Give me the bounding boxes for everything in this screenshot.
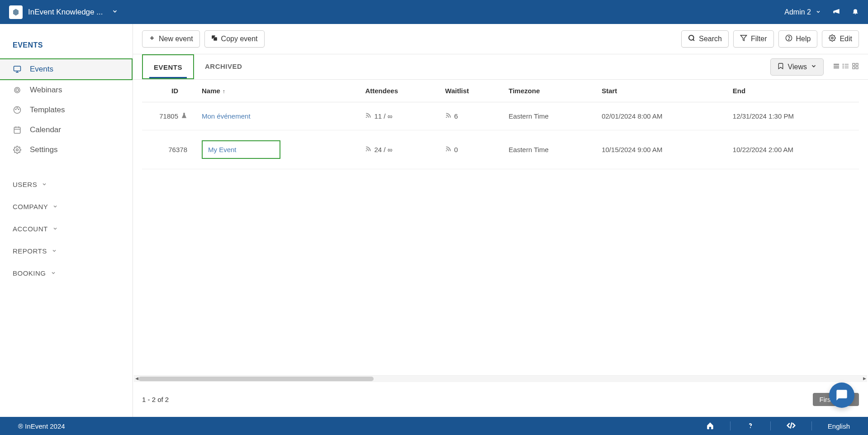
svg-point-18 xyxy=(788,39,789,40)
logo[interactable] xyxy=(9,5,23,19)
user-menu[interactable]: Admin 2 xyxy=(784,8,821,16)
workspace-selector[interactable]: InEvent Knowledge ... xyxy=(28,8,118,17)
svg-rect-8 xyxy=(14,127,20,134)
copy-event-button[interactable]: Copy event xyxy=(204,30,265,48)
cell-id: 71805 xyxy=(142,102,196,130)
chat-bubble[interactable] xyxy=(829,382,854,408)
sidebar-group-company[interactable]: COMPANY xyxy=(0,196,133,218)
pager-row: 1 - 2 of 2 First 1 xyxy=(133,382,868,417)
cell-waitlist: 6 xyxy=(440,102,503,130)
rss-icon xyxy=(365,146,371,153)
sidebar-group-booking[interactable]: BOOKING xyxy=(0,262,133,284)
cell-waitlist: 0 xyxy=(440,130,503,169)
chevron-down-icon xyxy=(811,63,817,71)
gear-icon xyxy=(829,34,836,43)
svg-rect-30 xyxy=(856,63,858,66)
col-header-name[interactable]: Name↑ xyxy=(196,80,360,102)
svg-point-34 xyxy=(446,117,447,118)
table-row[interactable]: 76378My Event24 / ∞0Eastern Time10/15/20… xyxy=(142,130,859,169)
svg-point-26 xyxy=(843,64,843,64)
col-header-id[interactable]: ID xyxy=(142,80,196,102)
events-table: ID Name↑ Attendees Waitlist Timezone Sta… xyxy=(142,80,859,169)
svg-line-15 xyxy=(693,39,695,41)
svg-point-14 xyxy=(689,35,694,40)
col-header-timezone[interactable]: Timezone xyxy=(503,80,597,102)
events-table-wrap: ID Name↑ Attendees Waitlist Timezone Sta… xyxy=(133,80,868,375)
calendar-icon xyxy=(13,126,22,134)
svg-marker-16 xyxy=(740,35,746,41)
svg-point-36 xyxy=(446,150,447,151)
cell-start: 10/15/2024 9:00 AM xyxy=(596,130,727,169)
user-name: Admin 2 xyxy=(784,8,811,16)
svg-point-28 xyxy=(843,67,843,68)
webinar-icon xyxy=(13,86,22,94)
list-dense-icon[interactable] xyxy=(833,62,840,72)
sidebar-group-reports[interactable]: REPORTS xyxy=(0,240,133,262)
rss-icon xyxy=(365,112,371,120)
rss-icon xyxy=(445,112,451,120)
monitor-icon xyxy=(13,65,22,73)
plus-icon xyxy=(149,35,155,43)
tabs-row: EVENTS ARCHIVED Views xyxy=(133,54,868,80)
svg-point-35 xyxy=(366,150,367,151)
sidebar-item-calendar[interactable]: Calendar xyxy=(0,120,133,140)
chevron-down-icon xyxy=(816,8,821,16)
filter-button[interactable]: Filter xyxy=(733,30,774,48)
sidebar-item-label: Webinars xyxy=(30,86,62,95)
horizontal-scrollbar[interactable]: ◀ ▶ xyxy=(134,375,867,382)
bookmark-icon xyxy=(777,62,784,72)
cell-name: Mon événement xyxy=(196,102,360,130)
grid-icon[interactable] xyxy=(852,62,859,72)
sidebar-group-users[interactable]: USERS xyxy=(0,173,133,196)
event-link[interactable]: My Event xyxy=(202,140,280,159)
views-dropdown[interactable]: Views xyxy=(770,58,824,76)
palette-icon xyxy=(13,106,22,114)
gear-icon xyxy=(13,146,22,154)
sidebar-item-events[interactable]: Events xyxy=(0,58,133,80)
svg-rect-32 xyxy=(853,67,855,69)
col-header-attendees[interactable]: Attendees xyxy=(360,80,440,102)
sidebar-item-templates[interactable]: Templates xyxy=(0,100,133,120)
event-link[interactable]: Mon événement xyxy=(202,112,251,120)
table-row[interactable]: 71805Mon événement11 / ∞6Eastern Time02/… xyxy=(142,102,859,130)
flask-icon xyxy=(181,113,187,120)
copy-icon xyxy=(211,35,218,43)
megaphone-icon[interactable] xyxy=(832,7,840,17)
cell-timezone: Eastern Time xyxy=(503,102,597,130)
sidebar-item-label: Settings xyxy=(30,145,57,154)
edit-button[interactable]: Edit xyxy=(822,30,859,48)
cell-start: 02/01/2024 8:00 AM xyxy=(596,102,727,130)
bell-icon[interactable] xyxy=(852,8,859,17)
svg-rect-29 xyxy=(853,63,855,66)
chevron-down-icon xyxy=(52,203,58,210)
chevron-down-icon xyxy=(112,8,118,17)
search-button[interactable]: Search xyxy=(681,30,729,48)
col-header-waitlist[interactable]: Waitlist xyxy=(440,80,503,102)
scroll-right-icon[interactable]: ▶ xyxy=(862,376,867,381)
sidebar-item-label: Calendar xyxy=(30,125,61,134)
help-button[interactable]: Help xyxy=(778,30,818,48)
cell-timezone: Eastern Time xyxy=(503,130,597,169)
chevron-down-icon xyxy=(42,181,47,188)
tab-events[interactable]: EVENTS xyxy=(142,54,194,79)
chevron-down-icon xyxy=(52,225,58,233)
sidebar-group-account[interactable]: ACCOUNT xyxy=(0,218,133,240)
col-header-start[interactable]: Start xyxy=(596,80,727,102)
chevron-down-icon xyxy=(52,247,57,255)
sidebar-item-settings[interactable]: Settings xyxy=(0,140,133,160)
sidebar-section-title: EVENTS xyxy=(0,38,133,58)
list-icon[interactable] xyxy=(842,62,849,72)
sort-arrow-up-icon: ↑ xyxy=(223,88,225,95)
col-header-end[interactable]: End xyxy=(727,80,859,102)
svg-point-3 xyxy=(16,89,19,91)
main-content: New event Copy event Search Filter xyxy=(133,24,868,417)
sidebar-item-label: Templates xyxy=(30,105,65,115)
new-event-button[interactable]: New event xyxy=(142,30,200,48)
cell-attendees: 24 / ∞ xyxy=(360,130,440,169)
svg-point-19 xyxy=(831,37,833,39)
toolbar: New event Copy event Search Filter xyxy=(133,24,868,54)
rss-icon xyxy=(445,146,451,153)
sidebar-item-webinars[interactable]: Webinars xyxy=(0,80,133,100)
scrollbar-thumb[interactable] xyxy=(138,377,374,381)
tab-archived[interactable]: ARCHIVED xyxy=(194,54,253,79)
